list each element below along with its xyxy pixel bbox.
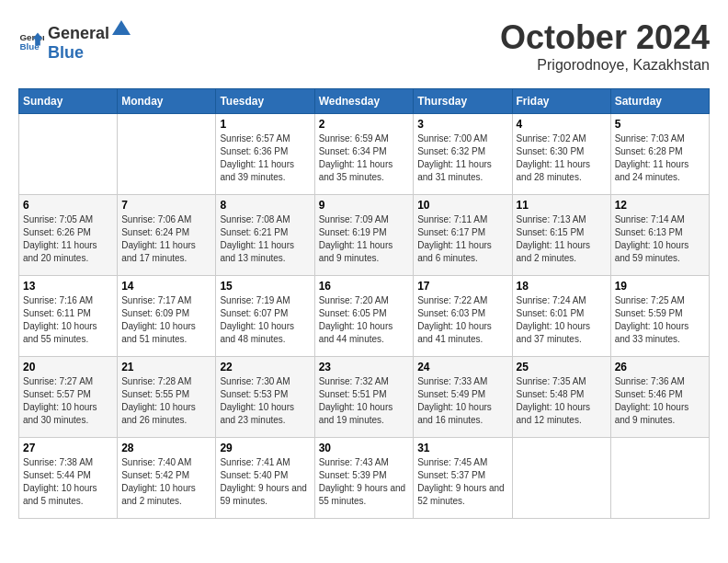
month-title: October 2024 bbox=[500, 18, 710, 57]
calendar-cell: 15Sunrise: 7:19 AM Sunset: 6:07 PM Dayli… bbox=[216, 276, 314, 357]
calendar-cell: 16Sunrise: 7:20 AM Sunset: 6:05 PM Dayli… bbox=[314, 276, 414, 357]
day-info: Sunrise: 7:28 AM Sunset: 5:55 PM Dayligh… bbox=[121, 375, 211, 427]
day-number: 30 bbox=[319, 442, 410, 454]
day-number: 16 bbox=[319, 280, 410, 293]
day-info: Sunrise: 7:36 AM Sunset: 5:46 PM Dayligh… bbox=[615, 375, 705, 427]
day-number: 15 bbox=[220, 280, 310, 293]
calendar-week-row: 6Sunrise: 7:05 AM Sunset: 6:26 PM Daylig… bbox=[19, 195, 710, 276]
day-number: 6 bbox=[23, 199, 113, 212]
calendar-cell: 14Sunrise: 7:17 AM Sunset: 6:09 PM Dayli… bbox=[118, 276, 216, 357]
day-of-week-header: Friday bbox=[512, 89, 610, 114]
calendar-cell: 1Sunrise: 6:57 AM Sunset: 6:36 PM Daylig… bbox=[216, 114, 314, 195]
day-info: Sunrise: 7:13 AM Sunset: 6:15 PM Dayligh… bbox=[517, 213, 607, 265]
day-info: Sunrise: 6:59 AM Sunset: 6:34 PM Dayligh… bbox=[319, 132, 410, 184]
calendar-cell: 23Sunrise: 7:32 AM Sunset: 5:51 PM Dayli… bbox=[314, 357, 414, 438]
calendar-cell: 24Sunrise: 7:33 AM Sunset: 5:49 PM Dayli… bbox=[414, 357, 512, 438]
logo-blue-text: Blue bbox=[48, 43, 84, 62]
day-number: 17 bbox=[417, 280, 507, 293]
day-info: Sunrise: 7:41 AM Sunset: 5:40 PM Dayligh… bbox=[220, 456, 310, 508]
calendar-cell: 11Sunrise: 7:13 AM Sunset: 6:15 PM Dayli… bbox=[512, 195, 610, 276]
day-info: Sunrise: 7:20 AM Sunset: 6:05 PM Dayligh… bbox=[319, 294, 410, 346]
calendar-cell bbox=[118, 114, 216, 195]
day-info: Sunrise: 7:33 AM Sunset: 5:49 PM Dayligh… bbox=[417, 375, 507, 427]
day-number: 27 bbox=[23, 442, 113, 454]
calendar-cell: 6Sunrise: 7:05 AM Sunset: 6:26 PM Daylig… bbox=[19, 195, 118, 276]
day-info: Sunrise: 7:30 AM Sunset: 5:53 PM Dayligh… bbox=[220, 375, 310, 427]
day-number: 26 bbox=[615, 361, 705, 373]
day-number: 22 bbox=[220, 361, 310, 373]
calendar-cell: 8Sunrise: 7:08 AM Sunset: 6:21 PM Daylig… bbox=[216, 195, 314, 276]
calendar-cell: 7Sunrise: 7:06 AM Sunset: 6:24 PM Daylig… bbox=[118, 195, 216, 276]
calendar-header-row: SundayMondayTuesdayWednesdayThursdayFrid… bbox=[19, 89, 710, 114]
day-info: Sunrise: 7:08 AM Sunset: 6:21 PM Dayligh… bbox=[220, 213, 310, 265]
day-info: Sunrise: 7:38 AM Sunset: 5:44 PM Dayligh… bbox=[23, 456, 113, 508]
day-of-week-header: Monday bbox=[118, 89, 216, 114]
calendar-table: SundayMondayTuesdayWednesdayThursdayFrid… bbox=[18, 88, 710, 519]
logo-general-text: General bbox=[48, 24, 109, 43]
title-block: October 2024 Prigorodnoye, Kazakhstan bbox=[500, 18, 710, 74]
calendar-cell: 18Sunrise: 7:24 AM Sunset: 6:01 PM Dayli… bbox=[512, 276, 610, 357]
day-info: Sunrise: 7:25 AM Sunset: 5:59 PM Dayligh… bbox=[615, 294, 705, 346]
calendar-cell: 28Sunrise: 7:40 AM Sunset: 5:42 PM Dayli… bbox=[118, 438, 216, 519]
day-number: 9 bbox=[319, 199, 410, 212]
day-number: 23 bbox=[319, 361, 410, 373]
calendar-cell: 5Sunrise: 7:03 AM Sunset: 6:28 PM Daylig… bbox=[610, 114, 709, 195]
day-number: 25 bbox=[517, 361, 607, 373]
svg-text:Blue: Blue bbox=[19, 41, 40, 52]
calendar-cell: 29Sunrise: 7:41 AM Sunset: 5:40 PM Dayli… bbox=[216, 438, 314, 519]
day-info: Sunrise: 7:03 AM Sunset: 6:28 PM Dayligh… bbox=[615, 132, 705, 184]
day-info: Sunrise: 7:27 AM Sunset: 5:57 PM Dayligh… bbox=[23, 375, 113, 427]
day-number: 21 bbox=[121, 361, 211, 373]
calendar-week-row: 27Sunrise: 7:38 AM Sunset: 5:44 PM Dayli… bbox=[19, 438, 710, 519]
calendar-cell: 20Sunrise: 7:27 AM Sunset: 5:57 PM Dayli… bbox=[19, 357, 118, 438]
calendar-cell: 19Sunrise: 7:25 AM Sunset: 5:59 PM Dayli… bbox=[610, 276, 709, 357]
calendar-cell: 4Sunrise: 7:02 AM Sunset: 6:30 PM Daylig… bbox=[512, 114, 610, 195]
calendar-cell bbox=[19, 114, 118, 195]
day-number: 28 bbox=[121, 442, 211, 454]
day-info: Sunrise: 7:02 AM Sunset: 6:30 PM Dayligh… bbox=[517, 132, 607, 184]
calendar-cell bbox=[512, 438, 610, 519]
calendar-cell: 13Sunrise: 7:16 AM Sunset: 6:11 PM Dayli… bbox=[19, 276, 118, 357]
day-info: Sunrise: 7:05 AM Sunset: 6:26 PM Dayligh… bbox=[23, 213, 113, 265]
calendar-cell bbox=[610, 438, 709, 519]
page-header: General Blue General Blue October 2024 P… bbox=[18, 18, 710, 74]
calendar-cell: 21Sunrise: 7:28 AM Sunset: 5:55 PM Dayli… bbox=[118, 357, 216, 438]
day-info: Sunrise: 7:00 AM Sunset: 6:32 PM Dayligh… bbox=[417, 132, 507, 184]
day-info: Sunrise: 7:45 AM Sunset: 5:37 PM Dayligh… bbox=[417, 456, 507, 508]
day-number: 24 bbox=[417, 361, 507, 373]
calendar-week-row: 1Sunrise: 6:57 AM Sunset: 6:36 PM Daylig… bbox=[19, 114, 710, 195]
day-info: Sunrise: 7:32 AM Sunset: 5:51 PM Dayligh… bbox=[319, 375, 410, 427]
day-number: 4 bbox=[517, 118, 607, 131]
day-of-week-header: Wednesday bbox=[314, 89, 414, 114]
day-number: 3 bbox=[417, 118, 507, 131]
svg-marker-3 bbox=[112, 20, 131, 35]
day-number: 11 bbox=[517, 199, 607, 212]
day-number: 20 bbox=[23, 361, 113, 373]
day-number: 7 bbox=[121, 199, 211, 212]
logo-icon: General Blue bbox=[18, 28, 44, 53]
calendar-cell: 27Sunrise: 7:38 AM Sunset: 5:44 PM Dayli… bbox=[19, 438, 118, 519]
calendar-week-row: 20Sunrise: 7:27 AM Sunset: 5:57 PM Dayli… bbox=[19, 357, 710, 438]
day-number: 18 bbox=[517, 280, 607, 293]
day-number: 31 bbox=[417, 442, 507, 454]
day-number: 8 bbox=[220, 199, 310, 212]
logo: General Blue General Blue bbox=[18, 18, 133, 63]
day-number: 29 bbox=[220, 442, 310, 454]
day-info: Sunrise: 6:57 AM Sunset: 6:36 PM Dayligh… bbox=[220, 132, 310, 184]
calendar-cell: 2Sunrise: 6:59 AM Sunset: 6:34 PM Daylig… bbox=[314, 114, 414, 195]
day-number: 14 bbox=[121, 280, 211, 293]
day-info: Sunrise: 7:19 AM Sunset: 6:07 PM Dayligh… bbox=[220, 294, 310, 346]
calendar-cell: 30Sunrise: 7:43 AM Sunset: 5:39 PM Dayli… bbox=[314, 438, 414, 519]
day-number: 19 bbox=[615, 280, 705, 293]
day-number: 2 bbox=[319, 118, 410, 131]
day-number: 5 bbox=[615, 118, 705, 131]
day-number: 10 bbox=[417, 199, 507, 212]
day-of-week-header: Sunday bbox=[19, 89, 118, 114]
calendar-cell: 25Sunrise: 7:35 AM Sunset: 5:48 PM Dayli… bbox=[512, 357, 610, 438]
calendar-cell: 10Sunrise: 7:11 AM Sunset: 6:17 PM Dayli… bbox=[414, 195, 512, 276]
calendar-cell: 12Sunrise: 7:14 AM Sunset: 6:13 PM Dayli… bbox=[610, 195, 709, 276]
day-number: 13 bbox=[23, 280, 113, 293]
day-number: 1 bbox=[220, 118, 310, 131]
calendar-cell: 26Sunrise: 7:36 AM Sunset: 5:46 PM Dayli… bbox=[610, 357, 709, 438]
day-info: Sunrise: 7:14 AM Sunset: 6:13 PM Dayligh… bbox=[615, 213, 705, 265]
